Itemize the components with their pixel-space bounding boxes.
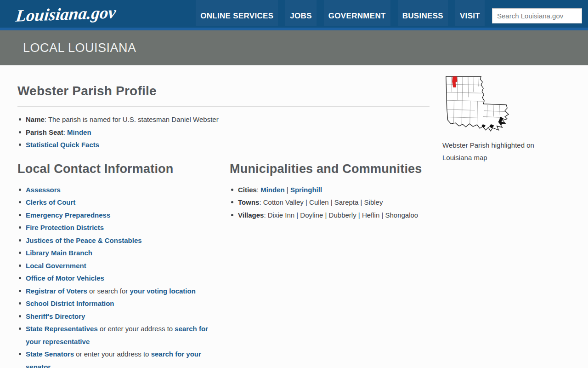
- plain-text: :: [257, 186, 260, 194]
- section-banner: LOCAL LOUISIANA: [0, 30, 588, 65]
- list-item: Towns: Cotton Valley | Cullen | Sarepta …: [230, 196, 430, 209]
- municipalities-list: Cities: Minden | Springhill Towns: Cotto…: [230, 184, 430, 222]
- list-item: Villages: Dixie Inn | Doyline | Dubberly…: [230, 209, 430, 222]
- villages-text: : Dixie Inn | Doyline | Dubberly | Hefli…: [264, 211, 418, 219]
- justices-constables-link[interactable]: Justices of the Peace & Constables: [26, 236, 142, 244]
- local-contact-heading: Local Contact Information: [17, 161, 216, 176]
- registrar-of-voters-link[interactable]: Registrar of Voters: [26, 287, 87, 295]
- voting-location-link[interactable]: your voting location: [130, 287, 195, 295]
- school-district-link[interactable]: School District Information: [26, 299, 114, 307]
- page-title: Webster Parish Profile: [17, 84, 430, 98]
- list-item: Library Main Branch: [17, 247, 216, 259]
- primary-nav: ONLINE SERVICES JOBS GOVERNMENT BUSINESS…: [192, 0, 488, 26]
- plain-text: or search for: [87, 287, 130, 295]
- office-motor-vehicles-link[interactable]: Office of Motor Vehicles: [26, 274, 104, 282]
- nav-item-business[interactable]: BUSINESS: [398, 0, 448, 26]
- list-item: Statistical Quick Facts: [17, 138, 430, 151]
- fire-protection-link[interactable]: Fire Protection Districts: [26, 224, 104, 231]
- title-divider: [17, 106, 430, 107]
- list-item: Local Government: [17, 259, 216, 272]
- top-navbar: Louisiana.gov ONLINE SERVICES JOBS GOVER…: [0, 0, 588, 30]
- springhill-city-link[interactable]: Springhill: [290, 186, 322, 194]
- list-item: Parish Seat: Minden: [17, 126, 430, 139]
- nav-item-online-services[interactable]: ONLINE SERVICES: [196, 0, 278, 26]
- plain-text: or enter your address to: [74, 350, 151, 358]
- assessors-link[interactable]: Assessors: [26, 186, 61, 194]
- list-item: Registrar of Voters or search for your v…: [17, 285, 216, 298]
- towns-text: : Cotton Valley | Cullen | Sarepta | Sib…: [259, 198, 383, 206]
- nav-item-government[interactable]: GOVERNMENT: [324, 0, 390, 26]
- cities-label: Cities: [238, 186, 257, 194]
- fact-separator: :: [63, 128, 67, 136]
- nav-item-jobs[interactable]: JOBS: [285, 0, 317, 26]
- parish-facts-list: Name: The parish is named for U.S. state…: [17, 113, 430, 151]
- minden-city-link[interactable]: Minden: [260, 186, 285, 194]
- parish-seat-link[interactable]: Minden: [67, 128, 91, 136]
- villages-label: Villages: [238, 211, 264, 219]
- site-search-input[interactable]: [492, 8, 582, 23]
- towns-label: Towns: [238, 198, 259, 206]
- state-senators-link[interactable]: State Senators: [26, 350, 74, 358]
- list-item: Sheriff's Directory: [17, 310, 216, 323]
- municipalities-section: Municipalities and Communities Cities: M…: [230, 151, 430, 368]
- louisiana-parish-map: [442, 74, 510, 135]
- main-column: Webster Parish Profile Name: The parish …: [17, 65, 430, 368]
- local-contact-section: Local Contact Information Assessors Cler…: [17, 151, 216, 368]
- sheriffs-directory-link[interactable]: Sheriff's Directory: [26, 312, 85, 320]
- plain-text: or enter your address to: [98, 325, 175, 333]
- list-item: State Senators or enter your address to …: [17, 348, 216, 368]
- pipe-separator: |: [285, 186, 290, 194]
- municipalities-heading: Municipalities and Communities: [230, 161, 430, 176]
- emergency-preparedness-link[interactable]: Emergency Preparedness: [26, 211, 110, 219]
- list-item: State Representatives or enter your addr…: [17, 322, 216, 348]
- list-item: Emergency Preparedness: [17, 209, 216, 222]
- two-column-section: Local Contact Information Assessors Cler…: [17, 151, 430, 368]
- local-government-link[interactable]: Local Government: [26, 262, 86, 270]
- list-item: Cities: Minden | Springhill: [230, 184, 430, 196]
- list-item: Office of Motor Vehicles: [17, 272, 216, 285]
- library-main-branch-link[interactable]: Library Main Branch: [26, 249, 92, 257]
- nav-item-visit[interactable]: VISIT: [455, 0, 485, 26]
- local-contact-list: Assessors Clerks of Court Emergency Prep…: [17, 184, 216, 368]
- list-item: Fire Protection Districts: [17, 221, 216, 234]
- section-banner-title: LOCAL LOUISIANA: [23, 41, 136, 55]
- map-caption: Webster Parish highlighted on Louisiana …: [442, 139, 546, 164]
- fact-text: : The parish is named for U.S. statesman…: [45, 115, 219, 123]
- clerks-of-court-link[interactable]: Clerks of Court: [26, 198, 75, 206]
- map-sidebar: Webster Parish highlighted on Louisiana …: [442, 65, 548, 368]
- statistical-quick-facts-link[interactable]: Statistical Quick Facts: [26, 141, 99, 149]
- list-item: Clerks of Court: [17, 196, 216, 209]
- fact-label: Name: [26, 115, 45, 123]
- louisiana-gov-logo[interactable]: Louisiana.gov: [15, 2, 117, 26]
- content-area: Webster Parish Profile Name: The parish …: [0, 65, 588, 368]
- list-item: Name: The parish is named for U.S. state…: [17, 113, 430, 126]
- list-item: Assessors: [17, 184, 216, 196]
- fact-label: Parish Seat: [26, 128, 63, 136]
- list-item: School District Information: [17, 297, 216, 310]
- list-item: Justices of the Peace & Constables: [17, 234, 216, 247]
- state-representatives-link[interactable]: State Representatives: [26, 325, 98, 333]
